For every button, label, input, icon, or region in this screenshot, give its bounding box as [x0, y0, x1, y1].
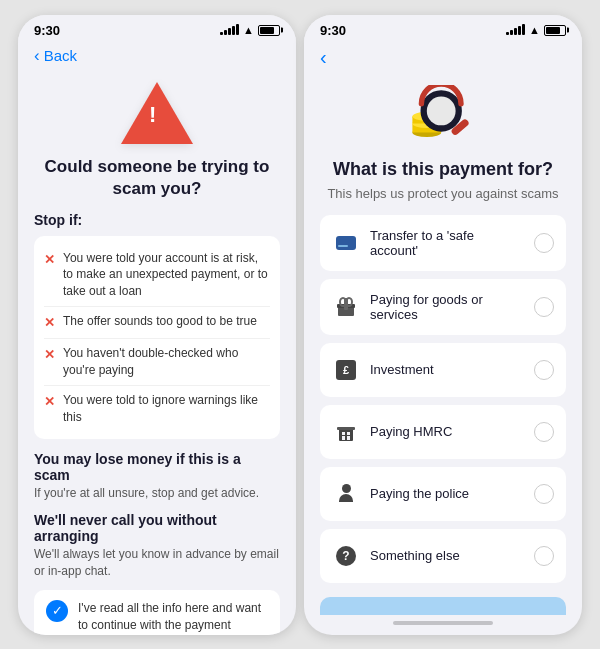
battery-fill-2 [546, 27, 560, 34]
phone2-content: ‹ What [304, 42, 582, 615]
warning-text-1: You were told your account is at risk, t… [63, 250, 270, 300]
svg-rect-17 [342, 436, 345, 440]
option-label-something-else: Something else [370, 548, 524, 563]
money-warn-text: If you're at all unsure, stop and get ad… [34, 485, 280, 502]
call-warn-section: We'll never call you without arranging W… [34, 512, 280, 580]
card-icon [332, 229, 360, 257]
status-icons-1: ▲ [220, 24, 280, 36]
magnifier-icon [320, 85, 566, 145]
bar1 [220, 32, 223, 35]
warning-item-3: ✕ You haven't double-checked who you're … [44, 339, 270, 386]
option-label-hmrc: Paying HMRC [370, 424, 524, 439]
bar3 [228, 28, 231, 35]
page-title-2: What is this payment for? [320, 159, 566, 180]
bar3 [514, 28, 517, 35]
pound-icon-shape: £ [336, 360, 356, 380]
bar2 [510, 30, 513, 35]
money-warn-section: You may lose money if this is a scam If … [34, 451, 280, 502]
question-icon: ? [332, 542, 360, 570]
back-arrow-button[interactable]: ‹ [320, 42, 566, 77]
svg-rect-14 [337, 427, 355, 430]
phone-1: 9:30 ▲ ‹ Back [18, 15, 296, 635]
home-indicator [393, 621, 493, 625]
radio-goods-services[interactable] [534, 297, 554, 317]
next-button[interactable]: Next [320, 597, 566, 615]
stop-if-label: Stop if: [34, 212, 280, 228]
warning-text-4: You were told to ignore warnings like th… [63, 392, 270, 426]
signal-bars-1 [220, 25, 239, 35]
warning-text-3: You haven't double-checked who you're pa… [63, 345, 270, 379]
option-safe-account[interactable]: Transfer to a 'safe account' [320, 215, 566, 271]
warning-icon-container [34, 82, 280, 144]
pound-icon: £ [332, 356, 360, 384]
svg-rect-18 [347, 436, 350, 440]
bar2 [224, 30, 227, 35]
warning-item-1: ✕ You were told your account is at risk,… [44, 244, 270, 307]
x-icon-2: ✕ [44, 314, 55, 332]
question-icon-shape: ? [336, 546, 356, 566]
back-label: Back [44, 47, 77, 64]
person-icon-shape [336, 484, 356, 504]
status-bar-1: 9:30 ▲ [18, 15, 296, 42]
radio-something-else[interactable] [534, 546, 554, 566]
warning-triangle-icon [121, 82, 193, 144]
bar4 [518, 26, 521, 35]
wifi-icon: ▲ [243, 24, 254, 36]
warning-item-2: ✕ The offer sounds too good to be true [44, 307, 270, 339]
warning-list: ✕ You were told your account is at risk,… [34, 236, 280, 440]
option-police[interactable]: Paying the police [320, 467, 566, 521]
building-svg [336, 422, 356, 442]
svg-point-7 [427, 96, 456, 125]
x-icon-3: ✕ [44, 346, 55, 364]
home-bar [304, 615, 582, 635]
checkbox-checked-icon: ✓ [46, 600, 68, 622]
phone1-content: ‹ Back Could someone be trying to scam y… [18, 42, 296, 635]
option-investment[interactable]: £ Investment [320, 343, 566, 397]
battery-fill [260, 27, 274, 34]
magnifier-svg [407, 85, 479, 145]
person-icon [332, 480, 360, 508]
svg-rect-15 [342, 432, 345, 435]
call-warn-title: We'll never call you without arranging [34, 512, 280, 544]
option-label-goods-services: Paying for goods or services [370, 292, 524, 322]
option-something-else[interactable]: ? Something else [320, 529, 566, 583]
svg-rect-16 [347, 432, 350, 435]
bar5 [522, 24, 525, 35]
status-icons-2: ▲ [506, 24, 566, 36]
warning-item-4: ✕ You were told to ignore warnings like … [44, 386, 270, 432]
gift-svg [336, 297, 356, 317]
radio-safe-account[interactable] [534, 233, 554, 253]
status-bar-2: 9:30 ▲ [304, 15, 582, 42]
radio-hmrc[interactable] [534, 422, 554, 442]
checkbox-row[interactable]: ✓ I've read all the info here and want t… [34, 590, 280, 635]
back-button[interactable]: ‹ Back [34, 42, 280, 74]
bar1 [506, 32, 509, 35]
money-warn-title: You may lose money if this is a scam [34, 451, 280, 483]
x-icon-4: ✕ [44, 393, 55, 411]
checkbox-text: I've read all the info here and want to … [78, 600, 268, 634]
time-2: 9:30 [320, 23, 346, 38]
radio-police[interactable] [534, 484, 554, 504]
bar5 [236, 24, 239, 35]
gift-icon [332, 293, 360, 321]
battery-icon [258, 25, 280, 36]
option-label-investment: Investment [370, 362, 524, 377]
option-goods-services[interactable]: Paying for goods or services [320, 279, 566, 335]
warning-text-2: The offer sounds too good to be true [63, 313, 257, 330]
battery-icon-2 [544, 25, 566, 36]
call-warn-text: We'll always let you know in advance by … [34, 546, 280, 580]
card-icon-shape [336, 236, 356, 250]
signal-bars-2 [506, 25, 525, 35]
person-body [339, 494, 353, 502]
option-label-safe-account: Transfer to a 'safe account' [370, 228, 524, 258]
option-label-police: Paying the police [370, 486, 524, 501]
x-icon-1: ✕ [44, 251, 55, 269]
wifi-icon-2: ▲ [529, 24, 540, 36]
radio-investment[interactable] [534, 360, 554, 380]
page-title-1: Could someone be trying to scam you? [34, 156, 280, 200]
chevron-left-icon: ‹ [34, 46, 40, 66]
page-subtitle-2: This helps us protect you against scams [320, 186, 566, 201]
phone-2: 9:30 ▲ ‹ [304, 15, 582, 635]
bar4 [232, 26, 235, 35]
option-hmrc[interactable]: Paying HMRC [320, 405, 566, 459]
